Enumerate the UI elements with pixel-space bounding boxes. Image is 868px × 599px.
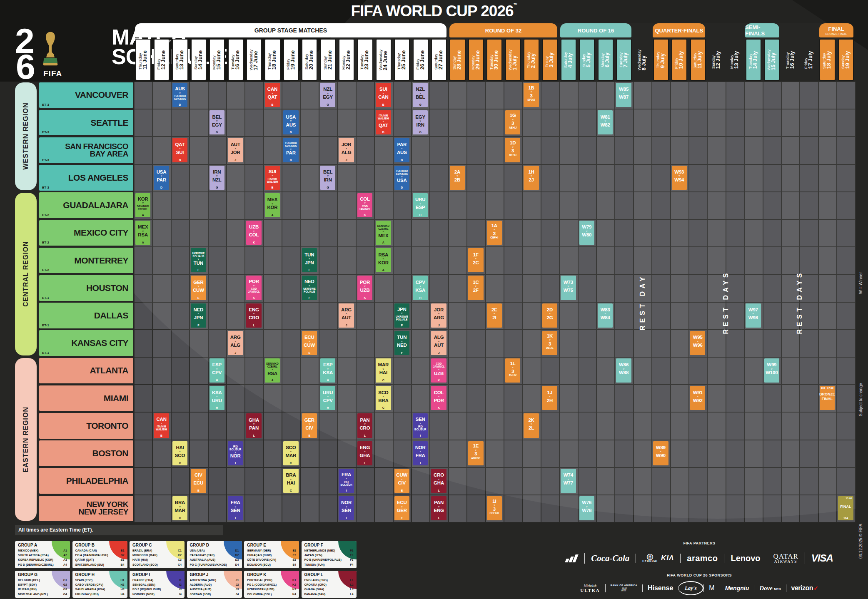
match-cell-san-francisco-bay-area-19-June: TUR/ROUSVK/KOSvPARD [283,138,298,162]
date-header-15-july: Wednesday15 July [764,39,780,81]
schedule-grid: AUSvTUR/ROUSVK/KOSDCANvQATBNZLvEGYGSUIvC… [134,82,856,522]
match-cell-boston-9-July: W89vW90 [653,441,668,465]
legend-team-row: SCOTLAND (SCO)C4 [132,562,182,567]
match-cell-monterrey-14-June: UKR/SWEPOL/ALBvTUNF [191,248,206,272]
legend-team-row: FRANCE (FRA)I1 [132,578,182,582]
match-cell-guadalajara-23-June: COLvCODJAM/NCLK [357,193,372,217]
match-cell-boston-23-June: ENGvGHAL [357,441,372,465]
qatar-airways-logo: QATARAIRWAYS [767,553,805,564]
match-cell-atlanta-21-June: ESPvKSAH [320,358,335,383]
date-header-11-july: Saturday11 July [690,39,706,81]
legend-team-row: SENEGAL (SEN)I2 [132,582,182,587]
match-cell-philadelphia-4-July: W74vW77 [561,469,576,493]
wc26-sponsors-row: MichelobULTRABANK OF AMERICA⫻⫻HisenseLay… [535,579,864,598]
date-header-3-july: Friday3 July [542,39,558,81]
adidas-logo [559,554,584,562]
city-label-toronto: TORONTO [39,413,133,439]
match-cell-kansas-city-27-June: ALGvAUTJ [431,331,446,355]
legend-team-row: QATAR (QAT)B3 [75,557,125,562]
match-cell-san-francisco-bay-area-1-July: 1Dv3BEFIJ [505,138,520,162]
match-cell-los-angeles-18-June: SUIvITA/NIRWAL/BIHB [265,166,280,190]
city-label-dallas: DALLASET-1 [39,303,133,328]
match-cell-houston-14-June: GERvCUWE [191,276,206,300]
match-cell-atlanta-18-June: DEN/MKDCZE/IRLvRSAA [265,358,280,383]
legend-team-row: PO 1 (COD/JAM/NCL)K2 [247,582,296,587]
date-header-17-june: Wednesday17 June [246,39,262,81]
legend-card-group-f: GROUP FNETHERLANDS (NED)F1JAPAN (JPN)F2P… [302,541,357,568]
legend-team-row: GERMANY (GER)E1 [247,548,296,553]
legend-team-row: COLOMBIA (COL)K4 [247,592,296,597]
legend-team-row: SWITZERLAND (SUI)B4 [75,562,125,567]
match-cell-dallas-27-June: JORvARGJ [431,303,446,328]
fifa-partners-row: Coca-ColaⒽHYUNDAIKIΛaramcoLenovoQATARAIR… [535,547,864,569]
city-label-guadalajara: GUADALAJARAET-2 [39,192,133,218]
date-header-17-july: Friday17 July [801,39,817,81]
legend-team-row: BRAZIL (BRA)C1 [132,548,182,553]
match-cell-philadelphia-19-June: BRAvHAIC [283,469,298,493]
lays-logo: Lay's [678,581,703,595]
legend-team-row: PO C (TUR/ROU/SVK/KOS)D4 [190,562,239,567]
legend-team-row: USA (USA)D1 [190,548,239,553]
legend-team-row: EGYPT (EGY)G2 [18,582,67,587]
match-cell-dallas-6-July: W83vW84 [598,303,613,328]
date-header-10-july: Friday10 July [671,39,687,81]
legend-team-row: CABO VERDE (CPV)H2 [75,582,125,587]
note-winner: W = Winner [858,272,863,294]
legend-card-group-c: GROUP CBRAZIL (BRA)C1MOROCCO (MAR)C2HAIT… [130,541,185,568]
mcdonalds-logo: M [703,584,719,592]
legend-card-group-g: GROUP GBELGIUM (BEL)G1EGYPT (EGY)G2IR IR… [15,571,70,598]
legend-team-row: NETHERLANDS (NED)F1 [304,548,354,553]
date-header-24-june: Wednesday24 June [376,39,392,81]
bank-of-america-logo: BANK OF AMERICA⫻⫻ [605,584,642,592]
et-offset-label: ET-3 [42,186,49,189]
match-cell-philadelphia-27-June: CROvGHAL [431,469,446,493]
legend-card-group-j: GROUP JARGENTINA (ARG)J1ALGERIA (ALG)J2A… [187,571,242,598]
match-cell-dallas-30-June: 2Ev2I [487,303,502,328]
legend-team-row: CÔTE D'IVOIRE (CIV)E3 [247,557,296,562]
match-cell-mexico-city-17-June: UZBvCOLK [246,221,261,245]
city-label-vancouver: VANCOUVERET-3 [39,82,133,108]
rest-label: REST DAYS [796,270,803,334]
match-cell-vancouver-7-July: W85vW87 [616,83,631,107]
match-cell-dallas-25-June: JPNvUKR/SWEPOL/ALBF [394,303,409,328]
legend-team-row: TUNISIA (TUN)F4 [304,562,354,567]
match-cell-kansas-city-16-June: ARGvALGJ [228,331,243,355]
match-cell-toronto-23-June: PANvCROL [357,413,372,437]
match-cell-monterrey-29-June: 1Fv2C [468,248,483,272]
et-offset-label: ET-2 [42,241,49,244]
region-pill-eastern: EASTERN REGION [15,358,37,521]
match-cell-miami-3-July: 1Jv2H [542,386,557,410]
match-cell-new-york-new-jersey-13-June: BRAvMARC [172,496,187,520]
match-cell-atlanta-24-June: MARvHAIC [376,358,391,383]
legend-team-row: PO A (ITA/NIR/WAL/BIH)B2 [75,553,125,557]
match-cell-vancouver-18-June: CANvQATB [265,83,280,107]
lenovo-logo: Lenovo [724,554,766,563]
match-cell-mexico-city-24-June: DEN/MKDCZE/IRLvMEXA [376,221,391,245]
match-cell-seattle-19-June: USAvAUSD [283,110,298,134]
match-cell-boston-16-June: IRQBOL/SURvNORI [228,441,243,465]
match-cell-guadalajara-11-June: KORvDEN/MKDCZE/IRLA [135,193,150,217]
date-header-23-june: Tuesday23 June [357,39,373,81]
match-cell-guadalajara-26-June: URUvESPH [413,193,428,217]
match-cell-new-york-new-jersey-30-June: 1Iv3CDFGH [487,496,502,520]
match-cell-vancouver-24-June: SUIvCANB [376,83,391,107]
date-header-27-june: Saturday27 June [431,39,447,81]
date-header-12-june: Friday12 June [154,39,170,81]
visa-logo: VISA [805,552,839,564]
city-label-houston: HOUSTONET-1 [39,275,133,301]
michelob-ultra-logo: MichelobULTRA [575,584,605,593]
match-cell-san-francisco-bay-area-16-June: AUTvJORJ [228,138,243,162]
match-cell-boston-29-June: 1Ev3ABCDF [468,441,483,465]
match-cell-miami-15-June: KSAvURUH [210,386,224,410]
match-cell-los-angeles-25-June: TUR/ROUSVK/KOSvUSAD [394,166,409,190]
legend-team-row: IR IRAN (IRN)G3 [18,587,67,592]
fifa-2026-logo: 2 6 FIFA [15,27,111,82]
region-pill-western: WESTERN REGION [15,82,37,190]
match-cell-atlanta-15-July: W99vW100 [764,358,779,383]
match-cell-mexico-city-11-June: MEXvRSAA [135,221,150,245]
rest-label: REST DAY [639,274,646,330]
legend-team-row: ECUADOR (ECU)E4 [247,562,296,567]
city-label-philadelphia: PHILADELPHIA [39,468,133,494]
legend-team-row: KOREA REPUBLIC (KOR)A3 [18,557,67,562]
match-cell-vancouver-13-June: AUSvTUR/ROUSVK/KOSD [172,83,187,107]
